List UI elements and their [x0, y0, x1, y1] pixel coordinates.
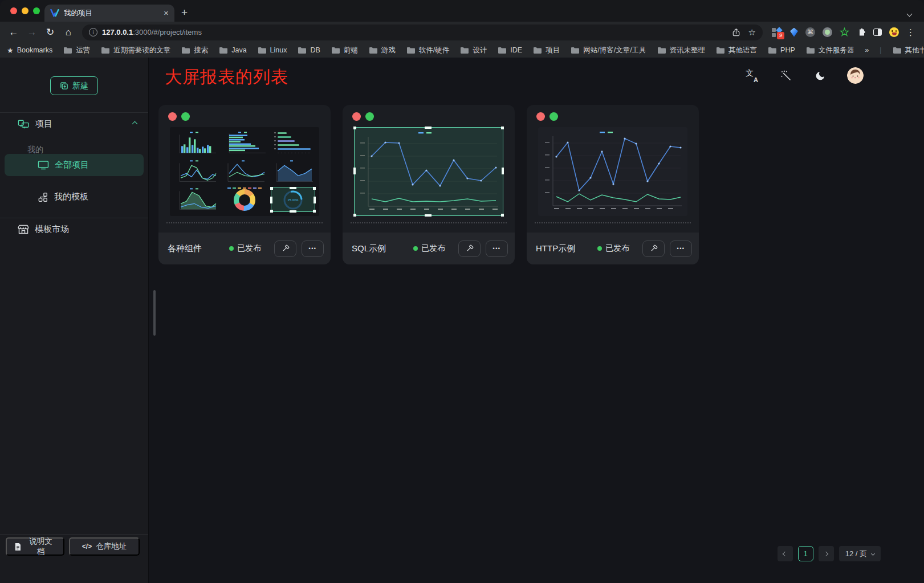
line-chart [538, 127, 686, 215]
card-window-dots [352, 112, 374, 121]
more-actions-button[interactable]: ••• [302, 240, 324, 257]
more-icon: ••• [677, 246, 685, 251]
bookmarks-overflow-button[interactable]: » [865, 46, 869, 54]
new-tab-button[interactable]: + [181, 6, 188, 22]
language-toggle-button[interactable]: 文A [744, 68, 759, 83]
bookmark-folder[interactable]: 项目 [533, 46, 560, 55]
bookmark-folder[interactable]: 近期需要读的文章 [101, 46, 170, 55]
extensions-area: 9 ⌘ ⋮ [768, 27, 918, 38]
edit-hammer-button[interactable] [458, 240, 481, 257]
monitor-icon [38, 160, 49, 170]
folder-icon [258, 47, 267, 54]
status-dot [413, 246, 418, 251]
bookmark-folder[interactable]: 软件/硬件 [406, 46, 449, 55]
chrome-menu-icon[interactable]: ⋮ [906, 27, 915, 38]
bookmark-folder[interactable]: DB [298, 46, 320, 54]
collapse-chevron-icon[interactable] [132, 121, 138, 127]
theme-wand-button[interactable] [779, 68, 793, 83]
dark-mode-button[interactable] [813, 68, 828, 83]
project-card[interactable]: HTTP示例 已发布 ••• [527, 105, 699, 264]
extension-star-icon[interactable] [840, 27, 849, 37]
new-project-button[interactable]: 新建 [50, 76, 98, 95]
close-window-button[interactable] [10, 7, 17, 14]
site-info-icon[interactable]: i [89, 28, 97, 36]
card-title: 各种组件 [168, 243, 229, 254]
card-title: SQL示例 [352, 243, 413, 254]
translate-icon: 文A [746, 70, 758, 82]
bookmark-page-star-icon[interactable]: ☆ [748, 27, 756, 38]
page-1-button[interactable]: 1 [798, 546, 813, 561]
tab-search-chevron-icon[interactable] [907, 8, 911, 18]
forward-button[interactable]: → [24, 25, 40, 40]
folder-icon [657, 47, 666, 54]
minimize-window-button[interactable] [22, 7, 29, 14]
bookmark-folder[interactable]: PHP [768, 46, 795, 54]
bookmark-folder[interactable]: 游戏 [369, 46, 396, 55]
extension-record-icon[interactable] [823, 27, 832, 37]
sidebar-item-template-market[interactable]: 模板市场 [18, 224, 69, 235]
mini-area-chart [270, 158, 316, 185]
bookmark-folder[interactable]: 运营 [63, 46, 90, 55]
moon-icon [815, 70, 826, 81]
goview-favicon [50, 9, 59, 17]
folder-icon [533, 47, 542, 54]
sidebar-item-my-templates[interactable]: 我的模板 [38, 191, 88, 202]
share-icon[interactable] [732, 28, 740, 37]
card-thumbnail: 25.00% [170, 127, 319, 216]
project-card[interactable]: 25.00% 各种组件 已发布 ••• [158, 105, 331, 264]
sidebar-item-all-projects[interactable]: 全部项目 [5, 154, 144, 176]
sidebar-group-project[interactable]: 项目 [18, 119, 137, 129]
status-dot [229, 246, 234, 251]
more-icon: ••• [309, 246, 317, 251]
bookmark-folder[interactable]: 资讯未整理 [657, 46, 706, 55]
page-size-select[interactable]: 12 / 页 [839, 546, 881, 561]
page-title: 大屏报表的列表 [165, 66, 288, 89]
card-window-dots [536, 112, 558, 121]
card-thumbnail [538, 127, 687, 216]
browser-toolbar: ← → ↻ ⌂ i 127.0.0.1:3000/#/project/items… [0, 22, 924, 43]
next-page-button[interactable] [819, 546, 834, 561]
other-bookmarks-folder[interactable]: 其他书签 [893, 46, 924, 55]
bookmarks-manager[interactable]: ★Bookmarks [7, 46, 52, 55]
bookmark-folder[interactable]: 网站/博客/文章/工具 [571, 46, 646, 55]
gauge-value: 25.00% [288, 198, 299, 202]
user-avatar[interactable] [847, 67, 864, 84]
tab-title: 我的项目 [64, 9, 159, 18]
mini-capsule-chart [270, 130, 316, 157]
tab-close-icon[interactable]: ✕ [164, 10, 169, 17]
more-actions-button[interactable]: ••• [670, 240, 692, 257]
folder-icon [571, 47, 580, 54]
browser-tab[interactable]: 我的项目 ✕ [44, 5, 174, 22]
home-button[interactable]: ⌂ [60, 25, 76, 40]
bookmark-folder[interactable]: 其他语言 [716, 46, 757, 55]
bookmark-folder[interactable]: 设计 [460, 46, 487, 55]
side-panel-icon[interactable] [873, 28, 882, 36]
bookmark-folder[interactable]: Linux [258, 46, 287, 54]
bookmark-folder[interactable]: 前端 [331, 46, 358, 55]
bookmark-folder[interactable]: 搜索 [181, 46, 208, 55]
reload-button[interactable]: ↻ [42, 25, 58, 40]
folder-icon [406, 47, 416, 54]
emoji-extension-icon[interactable] [889, 27, 899, 37]
extension-gem-icon[interactable] [790, 28, 798, 37]
extensions-puzzle-icon[interactable] [857, 28, 866, 37]
scrollbar-thumb[interactable] [153, 290, 156, 336]
prev-page-button[interactable] [778, 546, 793, 561]
zoom-window-button[interactable] [33, 7, 40, 14]
edit-hammer-button[interactable] [274, 240, 296, 257]
project-card[interactable]: SQL示例 已发布 ••• [343, 105, 515, 264]
hammer-icon [465, 244, 474, 253]
more-actions-button[interactable]: ••• [486, 240, 508, 257]
folder-icon [63, 47, 72, 54]
extension-grid-icon[interactable]: 9 [772, 27, 783, 38]
card-dashed-divider [535, 222, 691, 223]
bookmark-folder[interactable]: IDE [498, 46, 522, 54]
repo-button[interactable]: </> 仓库地址 [69, 537, 140, 556]
bookmark-folder[interactable]: 文件服务器 [806, 46, 854, 55]
docs-button[interactable]: 说明文档 [6, 537, 64, 556]
edit-hammer-button[interactable] [642, 240, 665, 257]
address-bar[interactable]: i 127.0.0.1:3000/#/project/items ☆ [82, 25, 763, 40]
extension-command-icon[interactable]: ⌘ [805, 27, 815, 37]
back-button[interactable]: ← [6, 25, 22, 40]
bookmark-folder[interactable]: Java [219, 46, 246, 54]
